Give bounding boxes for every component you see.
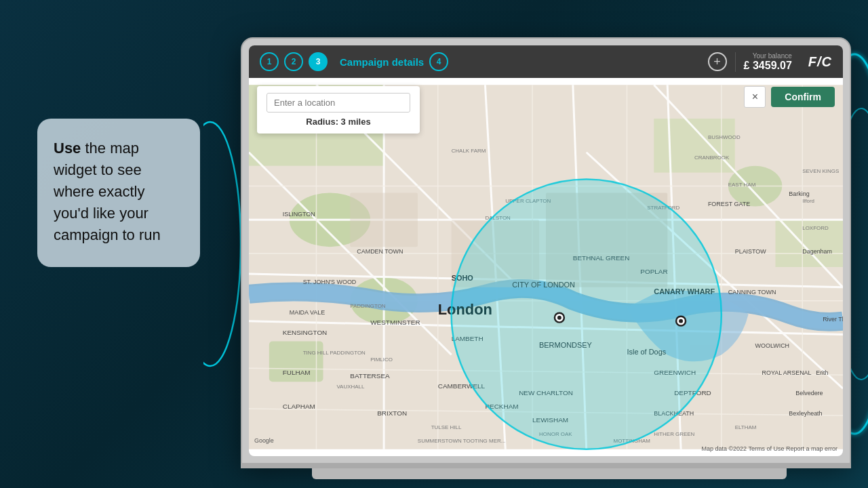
- map-attribution: Map data ©2022 Terms of Use Report a map…: [701, 445, 837, 452]
- svg-text:CAMDEN TOWN: CAMDEN TOWN: [357, 248, 403, 255]
- svg-text:TULSE HILL: TULSE HILL: [431, 424, 462, 430]
- map-area: ISLINGTON CAMDEN TOWN ST. JOHN'S WOOD MA…: [249, 78, 843, 456]
- laptop-hinge: [241, 463, 851, 468]
- location-input[interactable]: [267, 93, 410, 113]
- svg-text:WOOLWICH: WOOLWICH: [755, 342, 789, 349]
- svg-text:WESTMINSTER: WESTMINSTER: [370, 319, 420, 326]
- svg-rect-35: [350, 193, 418, 247]
- svg-text:VAUXHALL: VAUXHALL: [336, 384, 365, 390]
- svg-text:LOXFORD: LOXFORD: [802, 225, 829, 231]
- svg-text:CLAPHAM: CLAPHAM: [283, 403, 315, 410]
- svg-text:ROYAL ARSENAL: ROYAL ARSENAL: [762, 369, 812, 376]
- svg-text:Ilford: Ilford: [802, 198, 814, 204]
- app-header: 1 2 3 Campaign details 4 + Your balance …: [249, 45, 843, 78]
- confirm-button[interactable]: Confirm: [771, 87, 835, 107]
- svg-point-93: [452, 180, 722, 449]
- laptop-base: [312, 467, 787, 479]
- step-2[interactable]: 2: [284, 52, 303, 71]
- add-button[interactable]: +: [708, 52, 727, 71]
- svg-text:SUMMERSTOWN TOOTING MER...: SUMMERSTOWN TOOTING MER...: [418, 438, 505, 444]
- svg-text:Dagenham: Dagenham: [802, 248, 832, 255]
- svg-text:ISLINGTON: ISLINGTON: [283, 211, 315, 218]
- balance-section: Your balance £ 3459.07: [735, 52, 792, 72]
- svg-text:BRIXTON: BRIXTON: [377, 409, 407, 417]
- neon-curve-left-svg: [203, 108, 244, 380]
- svg-text:FULHAM: FULHAM: [283, 369, 311, 376]
- info-card-text: Use the map widget to see where exactly …: [54, 138, 184, 245]
- svg-text:BUSHWOOD: BUSHWOOD: [708, 134, 741, 140]
- svg-text:ELTHAM: ELTHAM: [735, 424, 757, 430]
- balance-label: Your balance: [744, 52, 792, 60]
- svg-text:TING HILL PADDINGTON: TING HILL PADDINGTON: [303, 350, 366, 356]
- svg-text:SEVEN KINGS: SEVEN KINGS: [802, 168, 839, 174]
- close-button[interactable]: ×: [744, 86, 766, 108]
- info-card: Use the map widget to see where exactly …: [37, 119, 200, 267]
- balance-amount: £ 3459.07: [744, 60, 792, 72]
- svg-text:CHALK FARM: CHALK FARM: [452, 148, 486, 154]
- campaign-details-label: Campaign details: [340, 56, 424, 68]
- svg-text:Bexleyheath: Bexleyheath: [789, 410, 822, 417]
- step-4[interactable]: 4: [429, 52, 448, 71]
- step-1[interactable]: 1: [260, 52, 279, 71]
- laptop-frame: 1 2 3 Campaign details 4 + Your balance …: [241, 37, 851, 464]
- map-action-buttons: × Confirm: [744, 86, 835, 108]
- svg-text:PLAISTOW: PLAISTOW: [735, 248, 767, 255]
- svg-text:Barking: Barking: [789, 190, 809, 197]
- radius-label: Radius: 3 miles: [267, 117, 410, 127]
- svg-text:CANNING TOWN: CANNING TOWN: [728, 289, 776, 296]
- svg-text:ST. JOHN'S WOOD: ST. JOHN'S WOOD: [303, 279, 357, 285]
- svg-text:River Thames: River Thames: [823, 316, 843, 323]
- step-3-active[interactable]: 3: [309, 52, 328, 71]
- svg-text:BATTERSEA: BATTERSEA: [350, 372, 390, 380]
- svg-point-95: [557, 316, 561, 320]
- svg-rect-8: [654, 119, 734, 173]
- logo: F/C: [808, 54, 832, 70]
- svg-text:MAIDA VALE: MAIDA VALE: [290, 309, 326, 316]
- svg-text:EAST HAM: EAST HAM: [728, 182, 756, 188]
- svg-point-2: [203, 122, 241, 366]
- svg-text:HITHER GREEN: HITHER GREEN: [654, 431, 694, 437]
- location-overlay: Radius: 3 miles: [257, 86, 420, 134]
- svg-text:Belvedere: Belvedere: [795, 390, 823, 396]
- svg-point-97: [679, 319, 683, 323]
- svg-text:KENSINGTON: KENSINGTON: [283, 329, 328, 336]
- header-right: + Your balance £ 3459.07 F/C: [708, 52, 832, 72]
- svg-text:CRANBROOK: CRANBROOK: [694, 155, 730, 161]
- map-svg: ISLINGTON CAMDEN TOWN ST. JOHN'S WOOD MA…: [249, 78, 843, 456]
- svg-text:PADDINGTON: PADDINGTON: [350, 303, 386, 309]
- svg-text:FOREST GATE: FOREST GATE: [708, 201, 750, 207]
- step-circles: 1 2 3 Campaign details 4: [260, 52, 448, 71]
- svg-text:Google: Google: [254, 437, 274, 444]
- laptop-screen: 1 2 3 Campaign details 4 + Your balance …: [249, 45, 843, 456]
- svg-text:PIMLICO: PIMLICO: [370, 357, 393, 363]
- svg-text:Erith: Erith: [816, 369, 828, 376]
